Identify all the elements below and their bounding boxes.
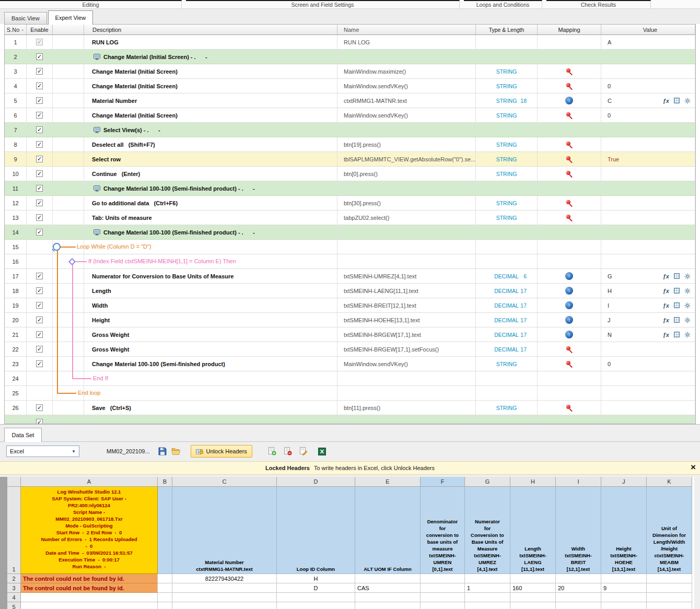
excel-cell-K4[interactable] (647, 593, 692, 602)
excel-cell-J3[interactable]: 9 (601, 583, 647, 593)
excel-column-header-H[interactable]: H (510, 477, 556, 487)
enable-checkbox[interactable]: ✓ (36, 185, 43, 192)
excel-cell-B5[interactable] (158, 602, 172, 609)
script-row-23[interactable]: 23✓Change Material 100-100 (Semi-finishe… (5, 357, 695, 371)
excel-cell-H5[interactable] (510, 602, 556, 609)
script-row-partial[interactable]: ✓ (5, 415, 695, 424)
excel-cell-C5[interactable] (172, 602, 277, 609)
script-row-11[interactable]: 11✓Change Material 100-100 (Semi-finishe… (5, 181, 695, 196)
script-row-25[interactable]: 25 (5, 386, 695, 401)
excel-column-header-D[interactable]: D (277, 477, 355, 487)
excel-header-cell-C[interactable]: Material Number ctxtRMMG1-MATNR.text (172, 487, 277, 574)
map-settings-icon[interactable] (684, 98, 691, 104)
excel-cell-A4[interactable] (21, 593, 158, 602)
add-row-button[interactable] (266, 445, 278, 458)
excel-select-all-corner[interactable] (7, 477, 21, 487)
map-table-icon[interactable] (674, 288, 680, 294)
script-row-4[interactable]: 4✓Change Material (Initial Screen)MainWi… (5, 79, 695, 93)
excel-cell-G3[interactable]: 1 (465, 583, 510, 593)
column-header-mapping[interactable]: Mapping (538, 25, 601, 35)
enable-checkbox[interactable]: ✓ (36, 360, 43, 367)
excel-header-cell-D[interactable]: Loop ID Column (277, 487, 355, 574)
enable-checkbox[interactable]: ✓ (36, 229, 43, 236)
excel-cell-K5[interactable] (647, 602, 692, 609)
close-banner-icon[interactable]: × (691, 462, 696, 473)
enable-checkbox[interactable]: ✓ (36, 68, 43, 75)
map-settings-icon[interactable] (684, 332, 691, 338)
enable-checkbox[interactable]: ✓ (36, 112, 43, 119)
excel-cell-I5[interactable] (556, 602, 601, 609)
not-mapped-pin-icon[interactable] (565, 360, 574, 368)
script-row-20[interactable]: 20✓HeighttxtSMEINH-HOEHE[13,1].textDECIM… (5, 313, 695, 327)
excel-cell-C2[interactable]: 822279430422 (172, 574, 277, 583)
script-row-19[interactable]: 19✓WidthtxtSMEINH-BREIT[12,1].textDECIMA… (5, 298, 695, 313)
column-header-sno[interactable]: S.No▲ (5, 25, 27, 35)
enable-checkbox[interactable]: ✓ (36, 331, 43, 338)
script-row-9[interactable]: 9✓Select rowtblSAPLMGMMTC_VIEW.getAbsolu… (5, 152, 695, 167)
not-mapped-pin-icon[interactable] (565, 199, 574, 207)
excel-cell-E2[interactable] (355, 574, 421, 583)
column-header-value[interactable]: Value (601, 25, 695, 35)
enable-checkbox[interactable]: ✓ (36, 126, 43, 133)
script-row-12[interactable]: 12✓Go to additional data (Ctrl+F6)btn[30… (5, 196, 695, 210)
excel-cell-A5[interactable] (21, 602, 158, 609)
script-row-5[interactable]: 5✓Material NumberctxtRMMG1-MATNR.textSTR… (5, 93, 695, 108)
excel-cell-H3[interactable]: 160 (510, 583, 556, 593)
enable-checkbox[interactable]: ✓ (36, 200, 43, 206)
excel-cell-F4[interactable] (421, 593, 465, 602)
excel-cell-I3[interactable]: 20 (556, 583, 601, 593)
excel-column-header-J[interactable]: J (601, 477, 647, 487)
script-row-16[interactable]: 16 (5, 254, 695, 269)
not-mapped-pin-icon[interactable] (565, 111, 574, 120)
excel-cell-A2[interactable]: The control could not be found by id. (21, 574, 158, 583)
excel-cell-G4[interactable] (465, 593, 510, 602)
excel-cell-A3[interactable]: The control could not be found by id. (21, 583, 158, 593)
script-row-21[interactable]: 21✓Gross WeighttxtSMEINH-BRGEW[17,1].tex… (5, 327, 695, 342)
map-function-icon[interactable]: ƒx (663, 288, 669, 294)
map-table-icon[interactable] (674, 98, 680, 103)
script-row-3[interactable]: 3✓Change Material (Initial Screen)MainWi… (5, 64, 695, 79)
excel-cell-B2[interactable] (158, 574, 172, 583)
excel-cell-H2[interactable] (510, 574, 556, 583)
unlock-headers-button[interactable]: Unlock Headers (191, 445, 252, 458)
excel-header-cell-J[interactable]: Height txtSMEINH- HOEHE [13,1].text (601, 487, 647, 574)
excel-column-header-E[interactable]: E (355, 477, 421, 487)
not-mapped-pin-icon[interactable] (565, 155, 574, 163)
map-table-icon[interactable] (674, 317, 680, 323)
enable-checkbox[interactable]: ✓ (36, 404, 43, 411)
mapped-upload-icon[interactable]: ↑ (565, 331, 573, 338)
not-mapped-pin-icon[interactable] (565, 140, 574, 149)
excel-cell-C4[interactable] (172, 593, 277, 602)
excel-column-header-B[interactable]: B (158, 477, 172, 487)
map-settings-icon[interactable] (684, 302, 691, 309)
not-mapped-pin-icon[interactable] (565, 404, 574, 412)
map-function-icon[interactable]: ƒx (663, 317, 669, 323)
enable-checkbox[interactable]: ✓ (36, 287, 43, 294)
map-settings-icon[interactable] (684, 288, 691, 294)
excel-header-cell-E[interactable]: ALT UOM IF Column (355, 487, 421, 574)
mapped-upload-icon[interactable]: ↑ (565, 301, 573, 309)
excel-row-header-3[interactable]: 3 (7, 583, 21, 593)
enable-checkbox[interactable]: ✓ (36, 419, 43, 424)
excel-cell-K3[interactable] (647, 583, 692, 593)
not-mapped-pin-icon[interactable] (565, 170, 574, 178)
map-settings-icon[interactable] (684, 273, 691, 279)
excel-cell-C3[interactable] (172, 583, 277, 593)
excel-column-header-K[interactable]: K (647, 477, 692, 487)
not-mapped-pin-icon[interactable] (565, 345, 574, 354)
open-in-excel-button[interactable] (316, 445, 329, 458)
excel-column-header-I[interactable]: I (556, 477, 601, 487)
excel-cell-J4[interactable] (601, 593, 647, 602)
not-mapped-pin-icon[interactable] (565, 82, 574, 90)
excel-cell-B4[interactable] (158, 593, 172, 602)
tab-expert-view[interactable]: Expert View (48, 10, 94, 25)
excel-column-header-G[interactable]: G (465, 477, 510, 487)
data-source-select[interactable]: Excel ▼ (6, 446, 79, 457)
script-row-1[interactable]: 1✓RUN LOGRUN LOGA (5, 35, 695, 50)
excel-column-header-C[interactable]: C (172, 477, 277, 487)
excel-header-cell-I[interactable]: Width txtSMEINH- BREIT [12,1].text (556, 487, 601, 574)
map-table-icon[interactable] (674, 302, 680, 308)
enable-checkbox[interactable]: ✓ (36, 141, 43, 148)
script-row-6[interactable]: 6✓Change Material (Initial Screen)MainWi… (5, 108, 695, 123)
excel-cell-I4[interactable] (556, 593, 601, 602)
